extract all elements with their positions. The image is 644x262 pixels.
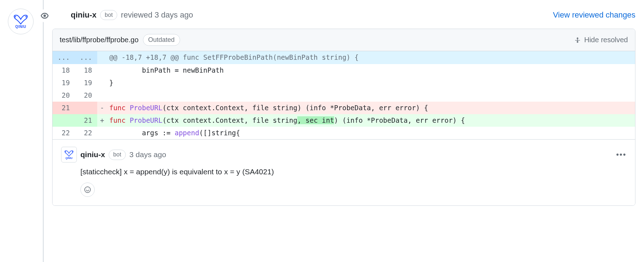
line-marker: - <box>97 102 107 114</box>
reviewer-avatar[interactable]: QINIU <box>8 9 34 34</box>
line-marker <box>97 89 107 102</box>
line-code: } <box>107 77 635 89</box>
line-num-old[interactable]: 19 <box>53 77 75 89</box>
line-num-old: ... <box>53 51 75 64</box>
diff-hunk-header[interactable]: ......@@ -18,7 +18,7 @@ func SetFFProbeB… <box>53 51 635 64</box>
svg-point-1 <box>25 16 27 17</box>
outdated-badge: Outdated <box>143 34 180 46</box>
line-code: func ProbeURL(ctx context.Context, file … <box>107 114 635 127</box>
diff-line: 2222 args := append([]string{ <box>53 127 635 139</box>
line-num-old[interactable]: 21 <box>53 102 75 114</box>
review-header: qiniu-x bot reviewed 3 days ago View rev… <box>52 7 635 20</box>
hide-resolved-label: Hide resolved <box>584 36 628 44</box>
review-time[interactable]: 3 days ago <box>155 10 193 19</box>
line-num-old[interactable]: 20 <box>53 89 75 102</box>
diff-line: 1818 binPath = newBinPath <box>53 64 635 77</box>
line-num-new[interactable]: 21 <box>75 114 97 127</box>
line-code: func ProbeURL(ctx context.Context, file … <box>107 102 635 114</box>
bot-badge: bot <box>100 10 117 20</box>
add-reaction-button[interactable] <box>80 183 95 197</box>
unfold-icon <box>574 37 581 43</box>
qiniu-logo-icon <box>64 150 74 157</box>
line-num-new[interactable] <box>75 102 97 114</box>
diff-line: 2020 <box>53 89 635 102</box>
line-marker: + <box>97 114 107 127</box>
diff-line: 21+func ProbeURL(ctx context.Context, fi… <box>53 114 635 127</box>
review-card: test/lib/ffprobe/ffprobe.go Outdated Hid… <box>52 29 635 206</box>
svg-point-6 <box>88 189 89 190</box>
svg-point-2 <box>65 151 66 152</box>
review-eye-icon <box>38 9 51 22</box>
diff-line: 21-func ProbeURL(ctx context.Context, fi… <box>53 102 635 114</box>
line-num-old[interactable]: 22 <box>53 127 75 139</box>
line-marker <box>97 127 107 139</box>
line-code <box>107 89 635 102</box>
file-header: test/lib/ffprobe/ffprobe.go Outdated Hid… <box>53 29 635 51</box>
hunk-text: @@ -18,7 +18,7 @@ func SetFFProbeBinPath… <box>107 51 635 64</box>
bot-badge: bot <box>109 150 126 160</box>
view-reviewed-changes-link[interactable]: View reviewed changes <box>553 10 635 20</box>
line-marker <box>97 64 107 77</box>
line-code: args := append([]string{ <box>107 127 635 139</box>
diff-line: 1919 } <box>53 77 635 89</box>
review-comment: QINIU qiniu-x bot 3 days ago ••• [static… <box>53 139 635 205</box>
comment-author[interactable]: qiniu-x <box>80 150 105 159</box>
comment-avatar[interactable]: QINIU <box>61 147 77 162</box>
svg-point-3 <box>72 151 73 152</box>
hide-resolved-button[interactable]: Hide resolved <box>574 36 628 44</box>
line-num-old[interactable]: 18 <box>53 64 75 77</box>
smiley-icon <box>84 186 91 193</box>
line-num-new[interactable]: 22 <box>75 127 97 139</box>
line-marker <box>97 77 107 89</box>
reviewer-name[interactable]: qiniu-x <box>71 10 96 20</box>
line-code: binPath = newBinPath <box>107 64 635 77</box>
review-action-text: reviewed 3 days ago <box>121 10 193 20</box>
comment-menu-button[interactable]: ••• <box>616 150 626 159</box>
line-num-new[interactable]: 20 <box>75 89 97 102</box>
diff-table: ......@@ -18,7 +18,7 @@ func SetFFProbeB… <box>53 51 635 139</box>
qiniu-logo-icon <box>13 15 29 25</box>
svg-point-0 <box>15 16 16 17</box>
line-num-new: ... <box>75 51 97 64</box>
line-num-new[interactable]: 19 <box>75 77 97 89</box>
avatar-label: QINIU <box>15 25 26 29</box>
svg-point-5 <box>86 189 87 190</box>
line-num-old[interactable] <box>53 114 75 127</box>
file-path[interactable]: test/lib/ffprobe/ffprobe.go <box>60 36 139 44</box>
comment-body: [staticcheck] x = append(y) is equivalen… <box>80 168 626 176</box>
svg-point-4 <box>85 187 90 193</box>
line-num-new[interactable]: 18 <box>75 64 97 77</box>
avatar-label-small: QINIU <box>65 157 72 159</box>
comment-time[interactable]: 3 days ago <box>129 150 166 159</box>
